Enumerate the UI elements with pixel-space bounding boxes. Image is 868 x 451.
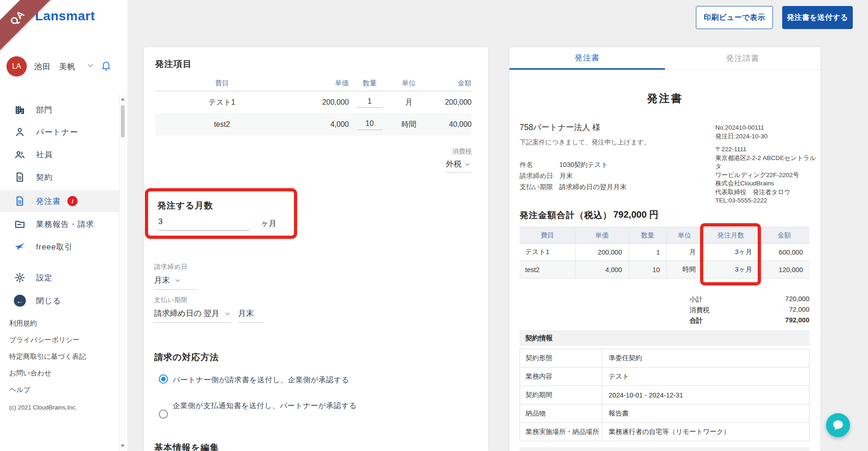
cell-item: テスト1: [155, 98, 289, 107]
cell-amount: 200,000: [427, 98, 472, 107]
meta-value: 1030契約テスト: [559, 160, 608, 169]
payment-due-label: 支払い期限: [154, 296, 188, 304]
document-icon: [14, 195, 26, 207]
sidebar-item-collapse[interactable]: ← 閉じる: [0, 290, 119, 312]
table-header-row: 費目 単価 数量 単位 金額: [155, 76, 472, 91]
tax-type-select[interactable]: 外税: [445, 159, 472, 172]
contract-value: 報告書: [602, 404, 809, 422]
sidebar-scrollbar[interactable]: [119, 94, 126, 451]
next-section-bar: [520, 447, 809, 451]
issuer-block: No.202410-00111 発注日:2024-10-30 〒222-1111…: [715, 124, 820, 205]
table-row: test2 4,000 時間 40,000: [155, 113, 472, 136]
tax-total-label: 消費税: [689, 306, 710, 315]
sidebar-item-employees[interactable]: 社員: [0, 143, 119, 166]
copyright: (c) 2021 CloudBrains,Inc.: [9, 404, 77, 411]
payment-due-day-value: 月末: [238, 308, 254, 319]
subtotal-label: 小計: [689, 295, 703, 304]
document-table: 費目 単価 数量 単位 発注月数 金額 テスト1 200,000 1 月 3ヶ月…: [520, 227, 809, 279]
order-months-highlight-box: [700, 223, 761, 285]
col-header-unit: 単位: [390, 79, 427, 88]
order-form-card: 発注項目 費目 単価 数量 単位 金額 テスト1 200,000 月 200,0…: [144, 47, 488, 451]
sidebar-item-purchase-orders[interactable]: 発注書 i: [0, 190, 119, 212]
contract-row: 契約期間 2024-10-01 - 2024-12-31: [520, 386, 809, 404]
payment-due-day-field[interactable]: 月末: [238, 308, 264, 323]
sidebar-item-reports-billing[interactable]: 業務報告・請求: [0, 213, 119, 235]
preview-panel: 発注書 発注請書 発注書 758パートナー法人 様 下記案件につきまして、発注申…: [509, 47, 820, 451]
months-input[interactable]: [158, 217, 250, 231]
cell-item: test2: [520, 261, 575, 278]
sidebar-item-partners[interactable]: パートナー: [0, 121, 119, 143]
col-header-unit: 単位: [666, 227, 702, 243]
closing-day-value: 月末: [154, 275, 170, 285]
tab-purchase-order[interactable]: 発注書: [509, 47, 665, 70]
user-menu-chevron-icon[interactable]: [87, 62, 94, 71]
tax-total-value: 72,000: [789, 306, 809, 315]
sidebar-item-settings[interactable]: 設定: [0, 267, 119, 289]
avatar[interactable]: LA: [6, 56, 27, 77]
user-row: LA 池田 美帆: [6, 56, 112, 77]
send-order-button[interactable]: 発注書を送付する: [782, 6, 853, 29]
meta-row: 件名 1030契約テスト: [520, 160, 608, 169]
issuer-company: 株式会社CloudBrains: [715, 179, 820, 188]
tax-label: 消費税: [155, 148, 472, 156]
sidebar-item-departments[interactable]: 部門: [0, 99, 119, 121]
sidebar-item-contracts[interactable]: 契約: [0, 166, 119, 188]
cell-unit-price: 200,000: [575, 243, 629, 261]
link-help[interactable]: ヘルプ: [9, 386, 30, 394]
grand-total-value: 792,000: [785, 316, 809, 325]
link-commercial-law[interactable]: 特定商取引に基づく表記: [9, 352, 86, 361]
order-items-heading: 発注項目: [155, 58, 192, 70]
bell-icon[interactable]: [101, 60, 112, 73]
meta-label: 件名: [520, 160, 559, 169]
link-terms[interactable]: 利用規約: [9, 319, 37, 328]
billing-method-heading: 請求の対応方法: [154, 351, 219, 363]
meta-value: 月末: [559, 172, 573, 180]
meta-label: 請求締め日: [520, 172, 559, 180]
issuer-postal: 〒222-1111: [715, 145, 820, 154]
sidebar-item-freee[interactable]: freee取引: [0, 236, 119, 258]
cell-item: テスト1: [520, 243, 575, 261]
billing-option-radio[interactable]: [159, 409, 168, 419]
issuer-representative: 代表取締役 発注者タロウ: [715, 188, 820, 197]
col-header-quantity: 数量: [629, 227, 666, 243]
col-header-quantity: 数量: [349, 79, 390, 88]
quantity-input[interactable]: [357, 119, 383, 130]
cell-unit-price: 200,000: [289, 98, 349, 107]
cell-unit: 時間: [666, 261, 702, 278]
contract-value: 2024-10-01 - 2024-12-31: [602, 386, 809, 404]
issuer-address: 東京都港区2-2-2 ABCDEセントラルタ: [715, 154, 820, 171]
subtotal-value: 720,000: [785, 295, 809, 304]
tab-order-acknowledgement[interactable]: 発注請書: [665, 47, 820, 70]
person-icon: [14, 126, 26, 138]
contract-row: 契約形態 準委任契約: [520, 349, 809, 368]
link-privacy[interactable]: プライバシーポリシー: [9, 336, 80, 344]
order-items-table: 費目 単価 数量 単位 金額 テスト1 200,000 月 200,000 te…: [155, 76, 472, 136]
gear-icon: [14, 272, 26, 284]
swallow-icon: [14, 241, 26, 253]
closing-day-select[interactable]: 月末: [154, 275, 197, 290]
total-amount-heading: 発注金額合計（税込）: [520, 209, 612, 221]
brand-name: Lansmart: [35, 9, 95, 24]
info-badge: i: [67, 196, 78, 206]
payment-due-select[interactable]: 請求締め日の 翌月: [154, 308, 232, 323]
scrollbar-thumb[interactable]: [121, 105, 125, 137]
chat-button[interactable]: [826, 413, 850, 437]
grand-total-label: 合計: [689, 316, 703, 325]
billing-option-radio-selected[interactable]: [159, 374, 168, 384]
recipient-name: 758パートナー法人 様: [520, 122, 600, 133]
contract-row: 納品物 報告書: [520, 404, 809, 423]
meta-label: 支払い期限: [520, 183, 559, 191]
cell-quantity: 1: [629, 243, 666, 261]
chevron-down-icon: [174, 277, 181, 284]
cell-unit: 月: [666, 243, 702, 261]
contract-label: 契約形態: [520, 349, 602, 367]
col-header-item: 費目: [155, 79, 289, 88]
scroll-up-icon[interactable]: [121, 98, 125, 101]
scroll-down-icon[interactable]: [121, 445, 125, 447]
quantity-input[interactable]: [357, 97, 383, 108]
link-contact[interactable]: お問い合わせ: [9, 369, 51, 378]
people-icon: [14, 148, 26, 160]
arrow-left-circle-icon: ←: [14, 295, 26, 307]
table-row: test2 4,000 10 時間 3ヶ月 120,000: [520, 261, 809, 279]
print-view-button[interactable]: 印刷ビューで表示: [696, 6, 773, 29]
